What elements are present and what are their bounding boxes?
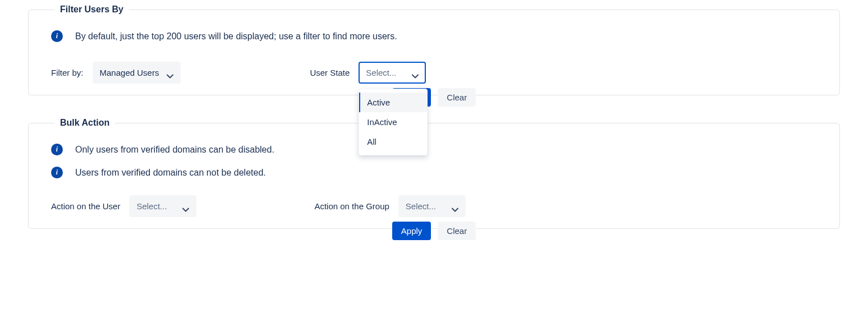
user-state-option-active[interactable]: Active: [359, 93, 427, 112]
chevron-down-icon: [182, 204, 189, 209]
action-user-placeholder: Select...: [136, 201, 167, 211]
action-group-label: Action on the Group: [314, 201, 389, 211]
filter-users-fieldset: Filter Users By i By default, just the t…: [28, 4, 840, 95]
info-icon: i: [51, 167, 63, 178]
filter-info-row: i By default, just the top 200 users wil…: [51, 30, 817, 42]
bulk-info-row-2: i Users from verified domains can not be…: [51, 167, 817, 178]
chevron-down-icon: [412, 71, 419, 75]
chevron-down-icon: [452, 204, 458, 209]
bulk-action-legend: Bulk Action: [54, 118, 115, 128]
filter-users-legend: Filter Users By: [54, 4, 129, 15]
filter-controls-row: Filter by: Managed Users User State Sele…: [51, 62, 817, 84]
bulk-info2: Users from verified domains can not be d…: [75, 168, 266, 178]
info-icon: i: [51, 30, 63, 42]
user-state-select[interactable]: Select...: [359, 62, 426, 84]
bulk-clear-button[interactable]: Clear: [438, 222, 476, 240]
filter-by-label: Filter by:: [51, 68, 84, 77]
bulk-action-fieldset: Bulk Action i Only users from verified d…: [28, 118, 840, 229]
chevron-down-icon: [167, 71, 173, 75]
action-group-select[interactable]: Select...: [398, 195, 466, 217]
user-state-option-all[interactable]: All: [359, 132, 427, 151]
filter-info-text: By default, just the top 200 users will …: [75, 31, 397, 42]
user-state-placeholder: Select...: [366, 68, 396, 77]
filter-clear-button[interactable]: Clear: [438, 88, 476, 107]
action-group-placeholder: Select...: [406, 201, 436, 211]
user-state-dropdown: Active InActive All: [359, 89, 428, 155]
user-state-label: User State: [310, 68, 350, 77]
bulk-controls-row: Action on the User Select... Action on t…: [51, 195, 817, 217]
action-user-select[interactable]: Select...: [129, 195, 196, 217]
bulk-apply-button[interactable]: Apply: [392, 222, 431, 240]
filter-by-select[interactable]: Managed Users: [93, 62, 181, 84]
filter-by-value: Managed Users: [100, 68, 159, 77]
bulk-info1: Only users from verified domains can be …: [75, 145, 274, 155]
user-state-option-inactive[interactable]: InActive: [359, 112, 427, 132]
info-icon: i: [51, 144, 63, 155]
bulk-info-row-1: i Only users from verified domains can b…: [51, 144, 817, 155]
action-user-label: Action on the User: [51, 201, 120, 211]
